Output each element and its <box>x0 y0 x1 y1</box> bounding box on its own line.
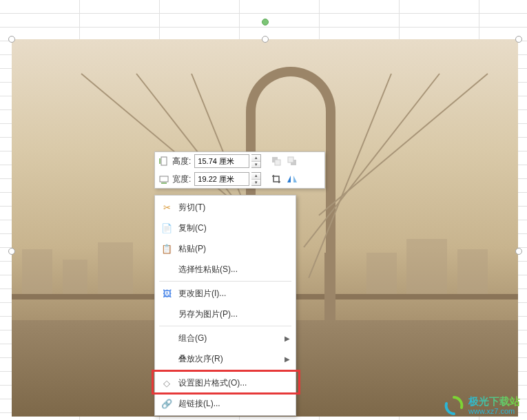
submenu-arrow-icon: ▶ <box>285 355 290 363</box>
menu-item-order[interactable]: 叠放次序(R)▶ <box>155 348 296 369</box>
svg-rect-0 <box>161 157 167 165</box>
svg-rect-5 <box>288 157 293 162</box>
toolbar-row-width: 宽度: ▲ ▼ <box>155 170 324 188</box>
menu-item-paste-special[interactable]: 选择性粘贴(S)... <box>155 259 296 280</box>
height-input[interactable] <box>194 154 249 168</box>
hyperlink-icon: 🔗 <box>159 397 174 410</box>
order-icon <box>159 352 174 366</box>
width-input[interactable] <box>194 172 249 186</box>
copy-icon: 📄 <box>159 221 174 235</box>
svg-rect-6 <box>160 176 168 182</box>
resize-handle-tr[interactable] <box>515 36 522 43</box>
menu-item-format-picture[interactable]: ◇设置图片格式(O)... <box>155 372 296 393</box>
menu-item-label: 粘贴(P) <box>178 243 290 255</box>
menu-item-cut[interactable]: ✂剪切(T) <box>155 197 296 218</box>
watermark-title: 极光下载站 <box>468 396 520 408</box>
menu-item-label: 选择性粘贴(S)... <box>178 264 290 275</box>
flip-button[interactable] <box>285 172 299 186</box>
width-icon <box>158 173 170 185</box>
menu-item-paste[interactable]: 📋粘贴(P) <box>155 238 296 259</box>
resize-handle-ml[interactable] <box>8 248 15 255</box>
width-down-button[interactable]: ▼ <box>251 180 260 186</box>
watermark-url: www.xz7.com <box>468 407 520 415</box>
height-icon <box>158 155 170 167</box>
menu-item-label: 超链接(L)... <box>178 398 290 410</box>
paste-special-icon <box>159 262 174 276</box>
menu-item-label: 剪切(T) <box>178 202 290 213</box>
group-icon <box>159 331 174 345</box>
menu-item-label: 复制(C) <box>178 222 290 234</box>
watermark: 极光下载站 www.xz7.com <box>444 395 520 416</box>
height-up-button[interactable]: ▲ <box>251 155 260 162</box>
svg-rect-3 <box>275 160 280 165</box>
send-backward-button[interactable] <box>285 154 299 168</box>
save-as-image-icon <box>159 307 174 321</box>
menu-item-label: 设置图片格式(O)... <box>178 377 290 389</box>
height-down-button[interactable]: ▼ <box>251 162 260 168</box>
image-context-menu: ✂剪切(T)📄复制(C)📋粘贴(P)选择性粘贴(S)...🖼更改图片(I)...… <box>154 195 296 416</box>
menu-item-change-image[interactable]: 🖼更改图片(I)... <box>155 283 296 304</box>
resize-handle-tl[interactable] <box>8 36 15 43</box>
menu-separator <box>159 281 291 282</box>
width-label: 宽度: <box>172 174 191 185</box>
rotate-handle[interactable] <box>262 19 269 25</box>
width-up-button[interactable]: ▲ <box>251 173 260 180</box>
menu-separator <box>159 370 291 371</box>
cut-icon: ✂ <box>159 200 174 214</box>
format-picture-icon: ◇ <box>159 376 174 390</box>
bring-forward-button[interactable] <box>269 154 283 168</box>
resize-handle-tm[interactable] <box>262 36 269 43</box>
watermark-logo-icon <box>444 395 464 416</box>
toolbar-row-height: 高度: ▲ ▼ <box>155 152 324 170</box>
submenu-arrow-icon: ▶ <box>285 335 290 342</box>
menu-item-label: 更改图片(I)... <box>178 288 290 300</box>
height-spinner: ▲ ▼ <box>251 154 261 168</box>
menu-item-label: 组合(G) <box>178 333 285 344</box>
menu-item-label: 另存为图片(P)... <box>178 308 290 320</box>
width-spinner: ▲ ▼ <box>251 172 261 186</box>
menu-item-hyperlink[interactable]: 🔗超链接(L)... <box>155 393 296 414</box>
height-label: 高度: <box>172 156 191 167</box>
menu-separator <box>159 326 291 326</box>
image-mini-toolbar: 高度: ▲ ▼ 宽度: ▲ ▼ <box>154 151 325 189</box>
crop-button[interactable] <box>269 172 283 186</box>
menu-item-copy[interactable]: 📄复制(C) <box>155 218 296 238</box>
paste-icon: 📋 <box>159 242 174 255</box>
menu-item-save-as-image[interactable]: 另存为图片(P)... <box>155 304 296 324</box>
menu-item-group[interactable]: 组合(G)▶ <box>155 328 296 348</box>
menu-item-label: 叠放次序(R) <box>178 353 285 365</box>
change-image-icon: 🖼 <box>159 286 174 300</box>
resize-handle-mr[interactable] <box>515 248 522 255</box>
